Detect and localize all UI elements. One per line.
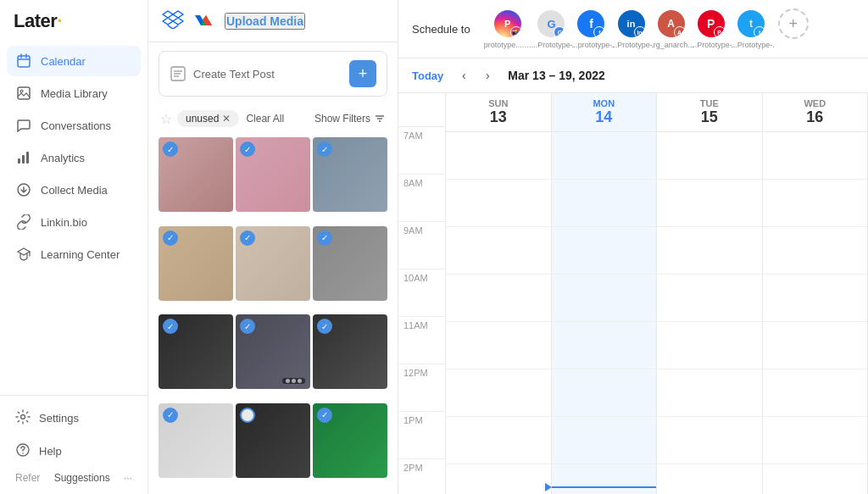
avatar-twitter[interactable]: t t: [736, 8, 766, 39]
calendar-header: Schedule to P 📸 prototype....Prototype-.…: [398, 0, 868, 58]
media-check-11[interactable]: [240, 408, 255, 423]
sidebar-item-label-linkin-bio: Linkin.bio: [41, 216, 87, 229]
media-check-7[interactable]: [163, 319, 178, 334]
media-thumb-5[interactable]: [236, 226, 310, 301]
media-thumb-3[interactable]: [313, 137, 387, 212]
create-text-post-label: Create Text Post: [193, 68, 275, 80]
avatar-linkedin[interactable]: in in: [616, 8, 647, 39]
sidebar-item-learning-center[interactable]: Learning Center: [7, 239, 141, 269]
sidebar-item-conversations[interactable]: Conversations: [7, 110, 141, 141]
help-label: Help: [39, 445, 62, 458]
day-header-tuesday: TUE 15: [657, 93, 762, 132]
calendar-subheader: Today ‹ › Mar 13 – 19, 2022: [398, 58, 868, 93]
media-thumb-7[interactable]: [159, 314, 233, 389]
time-10am: 10AM: [398, 269, 445, 317]
time-9am: 9AM: [398, 222, 445, 269]
media-thumb-8[interactable]: [236, 314, 310, 389]
media-thumb-4[interactable]: [159, 226, 233, 301]
sidebar-nav: Calendar Media Library Conversations: [0, 46, 147, 395]
svg-rect-6: [18, 158, 20, 164]
google-drive-icon[interactable]: [194, 10, 214, 31]
today-button[interactable]: Today: [412, 69, 443, 82]
filter-row: ☆ unused ✕ Clear All Show Filters: [148, 105, 398, 132]
svg-rect-7: [22, 155, 25, 164]
show-filters-label: Show Filters: [314, 113, 370, 125]
media-thumb-6[interactable]: [313, 226, 387, 301]
avatar-user[interactable]: A A: [656, 8, 687, 39]
avatar-google[interactable]: G G: [536, 8, 566, 39]
collect-icon: [15, 181, 32, 198]
media-panel: Upload Media Create Text Post + ☆ unused…: [148, 0, 398, 494]
svg-point-13: [22, 452, 24, 454]
avatar-instagram[interactable]: P 📸: [492, 8, 523, 39]
tag-filter: unused ✕ Clear All: [177, 110, 284, 127]
star-icon[interactable]: ☆: [160, 111, 172, 127]
media-check-10[interactable]: [163, 408, 178, 423]
avatar-pinterest[interactable]: P P: [696, 8, 726, 39]
day-name-sunday: SUN: [449, 98, 548, 108]
remove-tag-icon[interactable]: ✕: [222, 113, 231, 125]
show-filters-button[interactable]: Show Filters: [314, 113, 386, 125]
day-col-tuesday: TUE 15: [657, 93, 763, 494]
logo: Later·: [0, 10, 147, 46]
add-account-button[interactable]: +: [778, 8, 809, 39]
calendar-body: 7AM 8AM 9AM 10AM 11AM 12PM 1PM 2PM 3PM 4…: [398, 93, 868, 494]
media-check-1[interactable]: [163, 142, 178, 157]
sidebar-item-label-calendar: Calendar: [41, 55, 86, 68]
sidebar-item-analytics[interactable]: Analytics: [7, 142, 141, 173]
day-columns: SUN 13 MON 14: [446, 93, 868, 494]
media-check-5[interactable]: [240, 230, 255, 246]
svg-rect-4: [18, 87, 30, 99]
sidebar-item-label-collect-media: Collect Media: [41, 184, 108, 197]
logo-text: Later·: [14, 10, 62, 32]
media-check-2[interactable]: [240, 142, 255, 157]
media-check-4[interactable]: [163, 230, 178, 246]
day-header-wednesday: WED 16: [763, 93, 868, 132]
sidebar-item-label-media-library: Media Library: [41, 87, 108, 100]
date-range-label: Mar 13 – 19, 2022: [508, 69, 604, 82]
calendar-panel: Schedule to P 📸 prototype....Prototype-.…: [398, 0, 868, 494]
sidebar-item-calendar[interactable]: Calendar: [7, 46, 141, 76]
media-check-9[interactable]: [317, 319, 332, 334]
upload-media-label: Upload Media: [226, 14, 303, 28]
media-thumb-2[interactable]: [236, 137, 310, 212]
media-thumb-9[interactable]: [313, 314, 387, 389]
sidebar-item-linkin-bio[interactable]: Linkin.bio: [7, 207, 141, 237]
media-check-6[interactable]: [317, 230, 332, 246]
upload-media-button[interactable]: Upload Media: [225, 13, 305, 30]
sidebar-item-collect-media[interactable]: Collect Media: [7, 175, 141, 205]
dropbox-icon[interactable]: [162, 10, 184, 31]
sidebar-item-media-library[interactable]: Media Library: [7, 78, 141, 108]
settings-item[interactable]: Settings: [7, 402, 141, 434]
day-col-sunday: SUN 13: [446, 93, 552, 494]
svg-rect-0: [18, 56, 30, 67]
media-check-8[interactable]: [240, 319, 255, 334]
media-check-3[interactable]: [317, 142, 332, 157]
more-icon[interactable]: ···: [124, 472, 132, 484]
media-thumb-10[interactable]: [159, 403, 233, 478]
avatar-label-user: .rg_anarch...: [651, 41, 694, 49]
day-header-sunday: SUN 13: [446, 93, 551, 132]
current-time-indicator: [552, 483, 657, 491]
help-item[interactable]: Help: [7, 436, 141, 467]
media-check-12[interactable]: [317, 408, 332, 423]
prev-week-button[interactable]: ‹: [453, 65, 474, 86]
suggestions-label[interactable]: Suggestions: [54, 472, 110, 484]
avatar-label-google: ...Prototype-.: [531, 41, 576, 49]
unused-tag[interactable]: unused ✕: [177, 110, 239, 127]
media-thumb-12[interactable]: [313, 403, 387, 478]
clear-all-button[interactable]: Clear All: [246, 113, 284, 125]
refer-label: Refer: [15, 472, 40, 484]
day-num-tuesday: 15: [660, 108, 759, 126]
avatar-facebook[interactable]: f f: [576, 8, 606, 39]
time-2pm: 2PM: [398, 459, 445, 494]
media-panel-header: Upload Media: [148, 0, 398, 42]
sidebar-item-label-conversations: Conversations: [41, 119, 111, 132]
media-thumb-1[interactable]: [159, 137, 233, 212]
next-week-button[interactable]: ›: [477, 65, 498, 86]
media-thumb-11[interactable]: [236, 403, 310, 478]
create-text-post-button[interactable]: Create Text Post +: [159, 51, 387, 97]
avatar-label-instagram: prototype....Prototype-.: [484, 41, 535, 49]
create-post-plus-button[interactable]: +: [349, 60, 376, 87]
sidebar-item-label-analytics: Analytics: [41, 152, 85, 164]
